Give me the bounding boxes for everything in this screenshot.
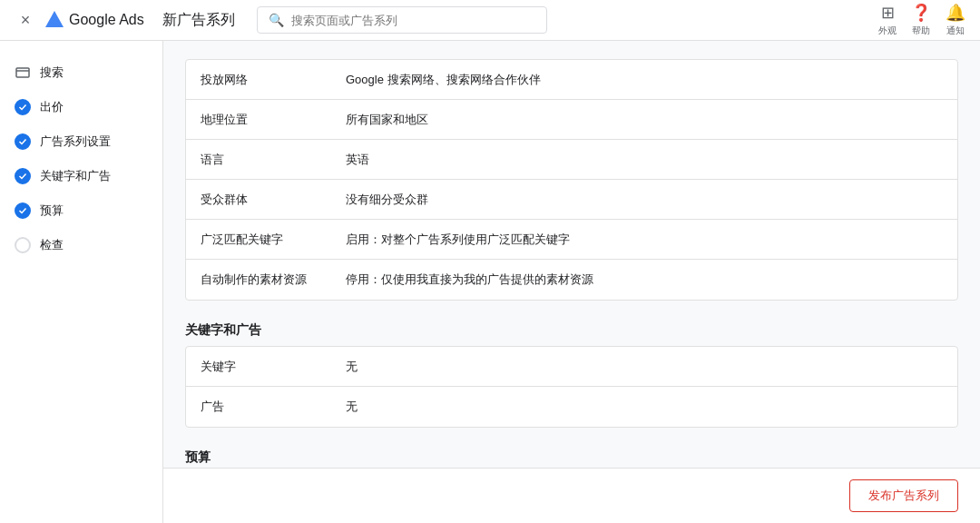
table-row: 自动制作的素材资源 停用：仅使用我直接为我的广告提供的素材资源: [186, 260, 957, 300]
row-value-audience: 没有细分受众群: [331, 181, 957, 219]
row-label-broad-match: 广泛匹配关键字: [186, 221, 331, 259]
sidebar-label-review: 检查: [40, 237, 64, 253]
sidebar-label-bid: 出价: [40, 99, 64, 115]
help-action[interactable]: ❓ 帮助: [911, 3, 931, 37]
sidebar-item-bid[interactable]: 出价: [0, 90, 162, 124]
page-title: 新广告系列: [162, 11, 235, 30]
row-value-broad-match: 启用：对整个广告系列使用广泛匹配关键字: [331, 221, 957, 259]
campaign-settings-table: 投放网络 Google 搜索网络、搜索网络合作伙伴 地理位置 所有国家和地区 语…: [185, 59, 958, 301]
svg-rect-1: [16, 68, 29, 77]
row-value-keywords: 无: [331, 348, 957, 386]
keywords-ads-section: 关键字和广告 关键字 无 广告 无: [185, 322, 958, 428]
table-row: 投放网络 Google 搜索网络、搜索网络合作伙伴: [186, 60, 957, 100]
row-value-language: 英语: [331, 141, 957, 179]
keywords-ads-table: 关键字 无 广告 无: [185, 346, 958, 428]
checkmark-icon: [18, 103, 27, 112]
budget-check-icon: [15, 202, 31, 219]
sidebar-label-budget: 预算: [40, 202, 64, 219]
sidebar-item-campaign-settings[interactable]: 广告系列设置: [0, 124, 162, 159]
checkmark-icon: [18, 137, 27, 146]
row-label-auto-assets: 自动制作的素材资源: [186, 261, 331, 299]
table-row: 关键字 无: [186, 347, 957, 387]
close-button[interactable]: ×: [15, 9, 36, 31]
bid-check-icon: [15, 99, 31, 115]
table-row: 广泛匹配关键字 启用：对整个广告系列使用广泛匹配关键字: [186, 220, 957, 260]
checkmark-icon: [18, 172, 27, 181]
search-step-icon: [15, 64, 31, 81]
search-bar[interactable]: 🔍: [257, 6, 547, 34]
table-row: 广告 无: [186, 387, 957, 427]
layout: 搜索 出价 广告系列设置 关键字和广告 预算: [0, 41, 980, 523]
row-value-auto-assets: 停用：仅使用我直接为我的广告提供的素材资源: [331, 261, 957, 299]
search-input[interactable]: [291, 14, 535, 27]
row-label-keywords: 关键字: [186, 348, 331, 386]
notify-action[interactable]: 🔔 通知: [946, 3, 965, 37]
row-label-audience: 受众群体: [186, 181, 331, 219]
notify-icon: 🔔: [946, 3, 965, 23]
view-label: 外观: [878, 25, 897, 37]
table-row: 语言 英语: [186, 140, 957, 180]
table-row: 地理位置 所有国家和地区: [186, 100, 957, 140]
search-icon: 🔍: [269, 13, 284, 27]
google-ads-icon: [44, 9, 65, 31]
budget-title: 预算: [185, 449, 958, 466]
row-value-location: 所有国家和地区: [331, 101, 957, 139]
header: × Google Ads 新广告系列 🔍 ⊞ 外观 ❓ 帮助 🔔 通知: [0, 0, 980, 41]
help-label: 帮助: [912, 25, 930, 37]
svg-marker-0: [45, 11, 64, 27]
table-row: 受众群体 没有细分受众群: [186, 180, 957, 220]
sidebar-item-search[interactable]: 搜索: [0, 55, 162, 90]
view-action[interactable]: ⊞ 外观: [878, 3, 897, 37]
notify-label: 通知: [946, 25, 965, 37]
row-label-location: 地理位置: [186, 101, 331, 139]
header-actions: ⊞ 外观 ❓ 帮助 🔔 通知: [878, 3, 965, 37]
keywords-ads-check-icon: [15, 168, 31, 184]
campaign-settings-check-icon: [15, 133, 31, 150]
sidebar-label-keywords-ads: 关键字和广告: [40, 168, 111, 184]
keywords-ads-title: 关键字和广告: [185, 322, 958, 339]
main-content: 投放网络 Google 搜索网络、搜索网络合作伙伴 地理位置 所有国家和地区 语…: [163, 41, 980, 523]
search-nav-icon: [15, 64, 31, 81]
row-value-network: Google 搜索网络、搜索网络合作伙伴: [331, 61, 957, 99]
help-icon: ❓: [911, 3, 931, 23]
row-label-language: 语言: [186, 141, 331, 179]
campaign-settings-section: 投放网络 Google 搜索网络、搜索网络合作伙伴 地理位置 所有国家和地区 语…: [185, 59, 958, 301]
sidebar-item-review[interactable]: 检查: [0, 228, 162, 262]
sidebar-label-campaign-settings: 广告系列设置: [40, 133, 111, 150]
publish-button[interactable]: 发布广告系列: [849, 479, 958, 512]
sidebar: 搜索 出价 广告系列设置 关键字和广告 预算: [0, 41, 163, 523]
row-label-ads: 广告: [186, 388, 331, 426]
bottom-bar: 发布广告系列: [163, 468, 980, 523]
logo-text: Google Ads: [69, 12, 144, 28]
row-label-network: 投放网络: [186, 61, 331, 99]
sidebar-label-search: 搜索: [40, 64, 64, 81]
row-value-ads: 无: [331, 388, 957, 426]
sidebar-item-keywords-ads[interactable]: 关键字和广告: [0, 159, 162, 193]
google-ads-logo: Google Ads: [44, 9, 144, 31]
review-empty-icon: [15, 237, 31, 253]
checkmark-icon: [18, 206, 27, 215]
sidebar-item-budget[interactable]: 预算: [0, 193, 162, 228]
view-icon: ⊞: [881, 3, 895, 23]
